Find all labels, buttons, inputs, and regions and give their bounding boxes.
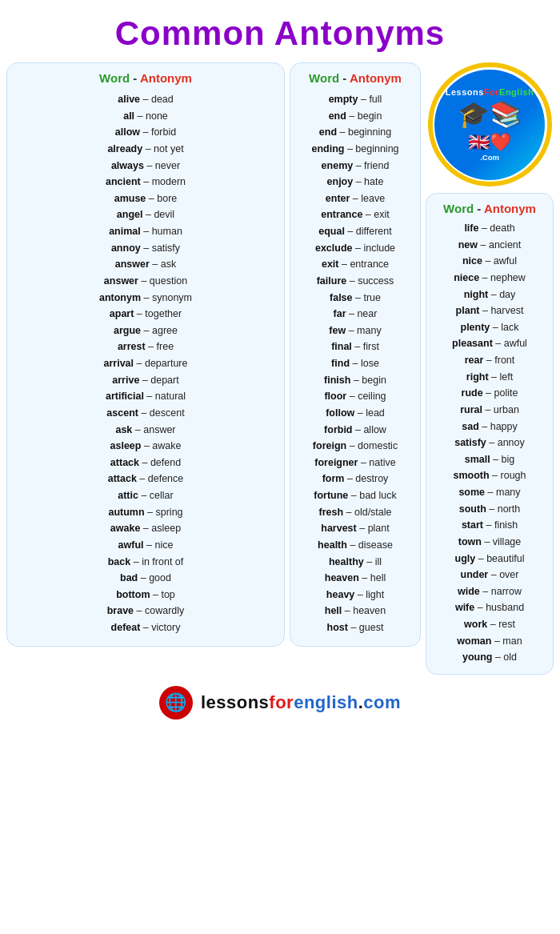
logo-com-text: .Com: [480, 153, 499, 162]
word: enter: [326, 193, 350, 204]
word: enjoy: [327, 176, 354, 187]
list-item: ascent – descent: [14, 405, 278, 422]
antonym: many: [357, 325, 382, 336]
antonym: depart: [150, 375, 178, 386]
word: allow: [115, 126, 140, 138]
antonym: departure: [145, 358, 188, 369]
list-item: asleep – awake: [14, 438, 278, 455]
antonym: answer: [143, 424, 175, 435]
list-item: young – old: [431, 649, 548, 666]
antonym: old/stale: [354, 507, 392, 518]
word: rural: [460, 404, 482, 415]
list-item: plant – harvest: [431, 303, 548, 319]
list-item: plenty – lack: [431, 319, 548, 336]
list-item: angel – devil: [14, 206, 278, 223]
word: smooth: [453, 470, 489, 481]
col3-header: Word - Antonym: [431, 202, 548, 215]
antonym: allow: [363, 424, 386, 435]
antonym: finish: [494, 519, 518, 531]
list-item: back – in front of: [14, 554, 278, 571]
word: arrest: [118, 341, 146, 352]
col3-pairs: life – deathnew – ancientnice – awfulnie…: [431, 220, 548, 666]
antonym: human: [152, 226, 182, 237]
list-item: ending – beginning: [297, 141, 414, 158]
list-item: awful – nice: [14, 537, 278, 554]
word: foreigner: [314, 457, 358, 468]
word: fortune: [314, 490, 348, 501]
list-item: bad – good: [14, 570, 278, 587]
list-item: arrival – departure: [14, 355, 278, 372]
word: ending: [311, 143, 344, 154]
word: arrive: [112, 375, 139, 386]
word: amuse: [114, 193, 146, 204]
word: host: [327, 622, 348, 633]
antonym: forbid: [151, 126, 176, 138]
word: fresh: [318, 507, 343, 518]
word: nice: [462, 255, 482, 267]
antonym: awful: [504, 338, 527, 349]
antonym: none: [146, 110, 168, 122]
col1-word-label: Word: [99, 71, 130, 85]
antonym: friend: [364, 160, 389, 171]
col1-dash: -: [133, 71, 140, 85]
list-item: sad – happy: [431, 419, 548, 435]
word: harvest: [321, 523, 356, 534]
list-item: woman – man: [431, 633, 548, 650]
list-item: allow – forbid: [14, 124, 278, 141]
antonym: hate: [364, 176, 383, 187]
antonym: north: [498, 503, 521, 515]
word: wife: [455, 602, 474, 613]
word: ascent: [106, 407, 138, 419]
list-item: work – rest: [431, 616, 548, 633]
antonym: question: [150, 275, 187, 287]
antonym: beginning: [348, 126, 391, 138]
col1-header: Word - Antonym: [14, 71, 278, 85]
list-item: enter – leave: [297, 190, 414, 207]
list-item: rural – urban: [431, 402, 548, 419]
list-item: forbid – allow: [297, 422, 414, 439]
list-item: small – big: [431, 451, 548, 468]
list-item: far – near: [297, 306, 414, 323]
list-item: alive – dead: [14, 91, 278, 108]
logo-flag-icon: 🇬🇧❤️: [468, 132, 511, 153]
antonym: descent: [150, 407, 185, 419]
list-item: attic – cellar: [14, 487, 278, 504]
list-item: end – beginning: [297, 124, 414, 141]
antonym: cellar: [150, 490, 174, 501]
antonym: ask: [161, 259, 176, 270]
antonym: hell: [370, 572, 386, 583]
col3-dash: -: [477, 202, 484, 215]
word: bottom: [116, 589, 150, 600]
list-item: host – guest: [297, 619, 414, 636]
antonym: rest: [498, 619, 515, 630]
list-item: autumn – spring: [14, 504, 278, 521]
footer-url: lessonsforenglish.com: [201, 692, 401, 713]
antonym: begin: [358, 110, 382, 122]
antonym: spring: [156, 507, 183, 518]
col3-antonym-label: Antonym: [484, 202, 536, 215]
word: empty: [329, 94, 358, 105]
word: exit: [322, 259, 339, 270]
antonym: guest: [359, 622, 384, 633]
word: find: [331, 358, 350, 369]
antonym: left: [500, 371, 514, 383]
list-item: always – never: [14, 158, 278, 174]
list-item: form – destroy: [297, 471, 414, 487]
antonym: beautiful: [486, 553, 524, 564]
column-2: Word - Antonym empty – fullend – beginen…: [290, 62, 421, 647]
word: brave: [107, 605, 134, 616]
word: attic: [118, 490, 138, 501]
list-item: antonym – synonym: [14, 290, 278, 307]
list-item: arrive – depart: [14, 372, 278, 389]
antonym: heaven: [353, 605, 386, 616]
antonym: near: [357, 308, 377, 319]
list-item: some – many: [431, 484, 548, 501]
word: artificial: [106, 391, 144, 402]
word: ancient: [106, 176, 141, 187]
antonym: disease: [358, 539, 393, 551]
list-item: answer – question: [14, 273, 278, 290]
list-item: find – lose: [297, 355, 414, 372]
logo-books-icon: 🎓📚: [458, 99, 522, 130]
antonym: domestic: [358, 440, 398, 451]
word: heavy: [326, 589, 354, 600]
